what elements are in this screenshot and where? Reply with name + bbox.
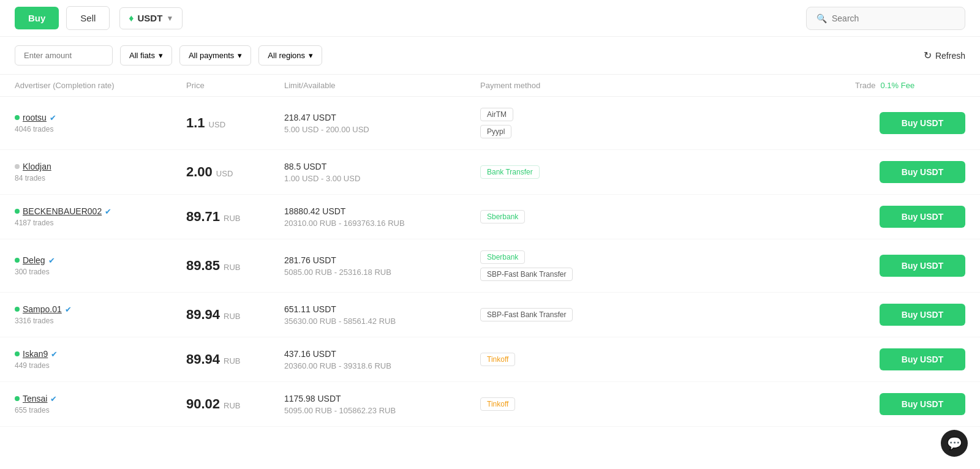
table-row: Sampo.01 ✔ 3316 trades 89.94 RUB 651.11 … (0, 293, 980, 337)
verified-icon: ✔ (50, 394, 57, 403)
buy-usdt-button[interactable]: Buy USDT (880, 112, 965, 134)
buy-usdt-button[interactable]: Buy USDT (880, 304, 965, 326)
payment-cell: SberbankSBP-Fast Bank Transfer (480, 250, 855, 281)
advertiser-name: Tensai ✔ (15, 394, 186, 403)
buy-usdt-button[interactable]: Buy USDT (880, 255, 965, 277)
limit-cell: 18880.42 USDT 20310.00 RUB - 1693763.16 … (284, 206, 480, 228)
payment-cell: Tinkoff (480, 397, 855, 411)
advertiser-link[interactable]: rootsu (23, 113, 47, 122)
diamond-icon: ♦ (129, 13, 134, 24)
online-dot (15, 258, 20, 263)
limit-cell: 1175.98 USDT 5095.00 RUB - 105862.23 RUB (284, 394, 480, 415)
trades-count: 84 trades (15, 174, 186, 182)
trades-count: 3316 trades (15, 317, 186, 325)
price-cell: 90.02 RUB (186, 396, 284, 412)
table-row: Tensai ✔ 655 trades 90.02 RUB 1175.98 US… (0, 382, 980, 427)
limit-amount: 1175.98 USDT (284, 394, 480, 403)
online-dot (15, 396, 20, 401)
verified-icon: ✔ (65, 305, 72, 314)
limit-cell: 651.11 USDT 35630.00 RUB - 58561.42 RUB (284, 304, 480, 326)
verified-icon: ✔ (51, 350, 58, 359)
trade-cell: Buy USDT (855, 304, 965, 326)
chevron-fiats-icon: ▾ (159, 51, 163, 60)
advertiser-link[interactable]: Klodjan (23, 162, 51, 171)
verified-icon: ✔ (50, 113, 56, 122)
price-cell: 89.94 RUB (186, 307, 284, 323)
limit-range: 35630.00 RUB - 58561.42 RUB (284, 317, 480, 326)
token-selector[interactable]: ♦ USDT ▼ (119, 7, 183, 29)
refresh-button[interactable]: ↻ Refresh (924, 50, 965, 61)
payment-cell: AirTMPyypl (480, 108, 855, 138)
payment-cell: Tinkoff (480, 353, 855, 366)
buy-usdt-button[interactable]: Buy USDT (880, 206, 965, 228)
limit-range: 5095.00 RUB - 105862.23 RUB (284, 406, 480, 415)
online-dot (15, 351, 20, 356)
table-body: rootsu ✔ 4046 trades 1.1 USD 218.47 USDT… (0, 97, 980, 427)
refresh-label: Refresh (935, 51, 965, 61)
price-value: 2.00 (186, 164, 213, 180)
col-advertiser: Advertiser (Completion rate) (15, 81, 186, 90)
chevron-regions-icon: ▾ (309, 51, 313, 60)
advertiser-name: BECKENBAUER002 ✔ (15, 206, 186, 216)
trades-count: 449 trades (15, 361, 186, 370)
all-regions-label: All regions (268, 51, 305, 60)
limit-amount: 88.5 USDT (284, 162, 480, 171)
price-value: 89.94 (186, 351, 220, 367)
price-cell: 89.85 RUB (186, 258, 284, 274)
buy-usdt-button[interactable]: Buy USDT (880, 348, 965, 370)
table-row: Iskan9 ✔ 449 trades 89.94 RUB 437.16 USD… (0, 337, 980, 382)
advertiser-link[interactable]: Iskan9 (23, 349, 48, 359)
sell-button[interactable]: Sell (66, 6, 110, 30)
refresh-icon: ↻ (924, 50, 932, 61)
buy-usdt-button[interactable]: Buy USDT (880, 393, 965, 415)
online-dot (15, 209, 20, 214)
advertiser-cell: Klodjan 84 trades (15, 162, 186, 182)
col-trade: Trade 0.1% Fee (855, 81, 965, 90)
filter-bar: All fiats ▾ All payments ▾ All regions ▾… (0, 37, 980, 75)
payment-badge: Tinkoff (480, 397, 515, 411)
all-payments-label: All payments (189, 51, 234, 60)
payment-badge: AirTM (480, 108, 513, 121)
advertiser-link[interactable]: Sampo.01 (23, 304, 62, 314)
price-currency: RUB (224, 401, 240, 410)
advertiser-link[interactable]: Deleg (23, 255, 45, 265)
advertiser-link[interactable]: BECKENBAUER002 (23, 206, 102, 216)
advertiser-name: Iskan9 ✔ (15, 349, 186, 359)
verified-icon: ✔ (105, 207, 111, 216)
trade-cell: Buy USDT (855, 206, 965, 228)
price-currency: RUB (224, 214, 240, 223)
all-regions-button[interactable]: All regions ▾ (258, 45, 322, 66)
table-row: Deleg ✔ 300 trades 89.85 RUB 281.76 USDT… (0, 239, 980, 293)
online-dot (15, 307, 20, 312)
limit-cell: 88.5 USDT 1.00 USD - 3.00 USD (284, 162, 480, 183)
online-dot (15, 164, 20, 169)
price-value: 90.02 (186, 396, 220, 412)
buy-usdt-button[interactable]: Buy USDT (880, 161, 965, 183)
advertiser-cell: Tensai ✔ 655 trades (15, 394, 186, 415)
trades-count: 4187 trades (15, 219, 186, 227)
trade-cell: Buy USDT (855, 255, 965, 277)
advertiser-name: Sampo.01 ✔ (15, 304, 186, 314)
payment-badge: Tinkoff (480, 353, 515, 366)
all-fiats-label: All fiats (129, 51, 155, 60)
search-box: 🔍 (806, 7, 965, 30)
advertiser-cell: rootsu ✔ 4046 trades (15, 113, 186, 133)
col-limit: Limit/Available (284, 81, 480, 90)
token-name: USDT (138, 13, 163, 23)
all-fiats-button[interactable]: All fiats ▾ (120, 45, 172, 66)
amount-input[interactable] (15, 45, 113, 66)
limit-amount: 651.11 USDT (284, 304, 480, 314)
price-value: 89.85 (186, 258, 220, 274)
limit-amount: 437.16 USDT (284, 349, 480, 359)
payment-cell: Sberbank (480, 210, 855, 223)
limit-cell: 437.16 USDT 20360.00 RUB - 39318.6 RUB (284, 349, 480, 370)
search-input[interactable] (832, 13, 955, 23)
limit-range: 20360.00 RUB - 39318.6 RUB (284, 361, 480, 370)
fee-badge: 0.1% Fee (880, 81, 914, 90)
table-header: Advertiser (Completion rate) Price Limit… (0, 75, 980, 97)
all-payments-button[interactable]: All payments ▾ (179, 45, 251, 66)
advertiser-cell: Sampo.01 ✔ 3316 trades (15, 304, 186, 325)
buy-button[interactable]: Buy (15, 7, 59, 29)
advertiser-link[interactable]: Tensai (23, 394, 47, 403)
table-row: Klodjan 84 trades 2.00 USD 88.5 USDT 1.0… (0, 150, 980, 195)
